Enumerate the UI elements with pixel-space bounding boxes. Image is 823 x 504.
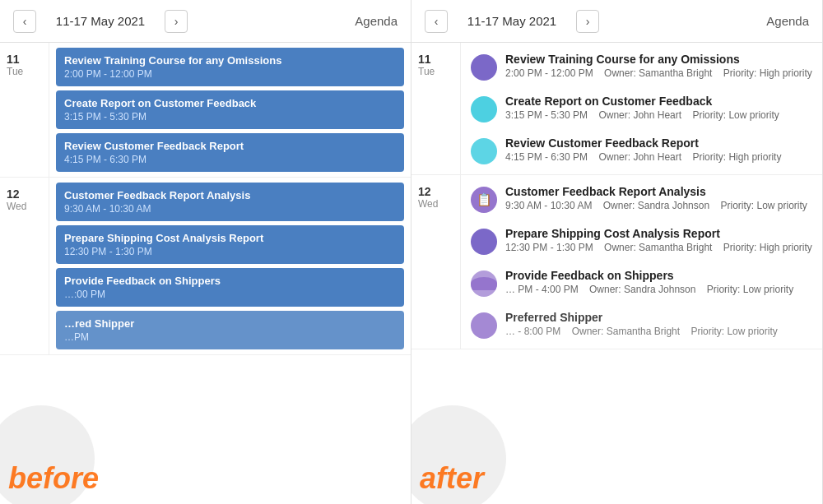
right-panel: ‹ 11-17 May 2021 › Agenda 11 Tue Review … bbox=[412, 0, 823, 504]
right-day-label-12: 12 Wed bbox=[412, 175, 461, 349]
left-day-name-12: Wed bbox=[7, 201, 42, 212]
right-event-11-2-info: Create Report on Customer Feedback 3:15 … bbox=[505, 95, 812, 121]
right-event-12-3-meta: … PM - 4:00 PM Owner: Sandra Johnson Pri… bbox=[505, 284, 812, 295]
right-event-12-4-info: Preferred Shipper … - 8:00 PM Owner: Sam… bbox=[505, 311, 812, 337]
right-next-button[interactable]: › bbox=[576, 10, 599, 33]
right-day-num-11: 11 bbox=[418, 53, 453, 66]
left-day-num-12: 12 bbox=[7, 187, 42, 201]
right-events-11: Review Training Course for any Omissions… bbox=[461, 43, 822, 174]
right-event-12-2-meta: 12:30 PM - 1:30 PM Owner: Samantha Brigh… bbox=[505, 242, 812, 253]
right-event-12-3-info: Provide Feedback on Shippers … PM - 4:00… bbox=[505, 269, 812, 295]
left-view-label: Agenda bbox=[355, 14, 398, 28]
right-event-12-3-title: Provide Feedback on Shippers bbox=[505, 269, 812, 282]
right-day-12: 12 Wed 📋 Customer Feedback Report Analys… bbox=[412, 175, 822, 349]
right-event-12-3[interactable]: Provide Feedback on Shippers … PM - 4:00… bbox=[467, 264, 816, 302]
left-date-range: 11-17 May 2021 bbox=[43, 14, 158, 28]
left-day-11: 11 Tue Review Training Course for any Om… bbox=[0, 43, 411, 178]
left-events-11: Review Training Course for any Omissions… bbox=[49, 43, 411, 177]
left-event-12-4[interactable]: …red Shipper …PM bbox=[56, 311, 404, 349]
left-event-11-1-time: 2:00 PM - 12:00 PM bbox=[64, 68, 396, 80]
right-event-11-1-title: Review Training Course for any Omissions bbox=[505, 53, 812, 66]
left-event-12-4-title: …red Shipper bbox=[64, 317, 396, 330]
right-date-range: 11-17 May 2021 bbox=[454, 14, 570, 28]
right-event-12-2-info: Prepare Shipping Cost Analysis Report 12… bbox=[505, 227, 812, 253]
right-event-11-3-info: Review Customer Feedback Report 4:15 PM … bbox=[505, 136, 812, 163]
left-event-12-3-title: Provide Feedback on Shippers bbox=[64, 275, 396, 287]
left-event-12-1-time: 9:30 AM - 10:30 AM bbox=[64, 203, 396, 215]
left-event-12-3[interactable]: Provide Feedback on Shippers …:00 PM bbox=[56, 268, 404, 307]
right-day-name-12: Wed bbox=[418, 198, 453, 210]
left-day-num-11: 11 bbox=[7, 53, 42, 66]
left-panel: ‹ 11-17 May 2021 › Agenda 11 Tue Review … bbox=[0, 0, 412, 504]
right-event-11-2-meta: 3:15 PM - 5:30 PM Owner: John Heart Prio… bbox=[505, 109, 812, 121]
right-event-12-3-dot bbox=[471, 270, 497, 297]
left-event-11-1[interactable]: Review Training Course for any Omissions… bbox=[56, 48, 404, 86]
left-nav: ‹ 11-17 May 2021 › bbox=[13, 10, 188, 33]
after-watermark: after bbox=[420, 461, 484, 496]
right-event-11-1-info: Review Training Course for any Omissions… bbox=[505, 53, 812, 79]
left-event-12-4-time: …PM bbox=[64, 331, 396, 343]
left-prev-button[interactable]: ‹ bbox=[13, 10, 36, 33]
left-event-11-3[interactable]: Review Customer Feedback Report 4:15 PM … bbox=[56, 133, 404, 172]
left-day-label-11: 11 Tue bbox=[0, 43, 49, 177]
right-event-12-1-meta: 9:30 AM - 10:30 AM Owner: Sandra Johnson… bbox=[505, 200, 812, 211]
left-event-12-1[interactable]: Customer Feedback Report Analysis 9:30 A… bbox=[56, 183, 404, 221]
right-event-11-3[interactable]: Review Customer Feedback Report 4:15 PM … bbox=[467, 132, 816, 169]
right-event-12-2-dot bbox=[471, 229, 497, 255]
right-event-12-1-dot: 📋 bbox=[471, 187, 497, 213]
right-event-12-4-title: Preferred Shipper bbox=[505, 311, 812, 324]
right-event-11-2[interactable]: Create Report on Customer Feedback 3:15 … bbox=[467, 90, 816, 127]
right-event-12-4-dot bbox=[471, 312, 497, 339]
left-event-11-2-title: Create Report on Customer Feedback bbox=[64, 97, 396, 109]
before-watermark: before bbox=[8, 461, 99, 496]
right-day-name-11: Tue bbox=[418, 66, 453, 77]
left-event-11-2[interactable]: Create Report on Customer Feedback 3:15 … bbox=[56, 90, 404, 129]
right-day-11: 11 Tue Review Training Course for any Om… bbox=[412, 43, 822, 175]
left-day-label-12: 12 Wed bbox=[0, 178, 49, 354]
calendar-icon: 📋 bbox=[477, 192, 492, 207]
right-event-12-1-title: Customer Feedback Report Analysis bbox=[505, 185, 812, 198]
left-events-12: Customer Feedback Report Analysis 9:30 A… bbox=[49, 178, 411, 354]
right-event-11-1-dot bbox=[471, 54, 497, 81]
right-event-12-2[interactable]: Prepare Shipping Cost Analysis Report 12… bbox=[467, 222, 816, 260]
right-event-11-3-meta: 4:15 PM - 6:30 PM Owner: John Heart Prio… bbox=[505, 151, 812, 163]
right-event-11-3-dot bbox=[471, 138, 497, 164]
right-nav: ‹ 11-17 May 2021 › bbox=[425, 10, 599, 33]
right-header: ‹ 11-17 May 2021 › Agenda bbox=[412, 0, 822, 43]
left-event-12-2-time: 12:30 PM - 1:30 PM bbox=[64, 246, 396, 257]
left-event-11-3-title: Review Customer Feedback Report bbox=[64, 140, 396, 152]
left-event-11-1-title: Review Training Course for any Omissions bbox=[64, 54, 396, 67]
right-day-label-11: 11 Tue bbox=[412, 43, 461, 174]
left-event-12-2-title: Prepare Shipping Cost Analysis Report bbox=[64, 232, 396, 244]
left-header: ‹ 11-17 May 2021 › Agenda bbox=[0, 0, 411, 43]
right-event-11-1-meta: 2:00 PM - 12:00 PM Owner: Samantha Brigh… bbox=[505, 67, 812, 79]
right-event-12-4[interactable]: Preferred Shipper … - 8:00 PM Owner: Sam… bbox=[467, 306, 816, 344]
left-event-11-3-time: 4:15 PM - 6:30 PM bbox=[64, 154, 396, 165]
right-event-11-2-title: Create Report on Customer Feedback bbox=[505, 95, 812, 108]
right-event-12-1-info: Customer Feedback Report Analysis 9:30 A… bbox=[505, 185, 812, 211]
right-event-12-1[interactable]: 📋 Customer Feedback Report Analysis 9:30… bbox=[467, 180, 816, 218]
right-event-11-1[interactable]: Review Training Course for any Omissions… bbox=[467, 48, 816, 86]
right-event-11-3-title: Review Customer Feedback Report bbox=[505, 136, 812, 150]
left-event-12-3-time: …:00 PM bbox=[64, 289, 396, 300]
left-next-button[interactable]: › bbox=[165, 10, 188, 33]
right-view-label: Agenda bbox=[766, 14, 809, 28]
left-event-11-2-time: 3:15 PM - 5:30 PM bbox=[64, 111, 396, 123]
right-event-12-2-title: Prepare Shipping Cost Analysis Report bbox=[505, 227, 812, 240]
left-event-12-2[interactable]: Prepare Shipping Cost Analysis Report 12… bbox=[56, 225, 404, 264]
right-event-12-4-meta: … - 8:00 PM Owner: Samantha Bright Prior… bbox=[505, 326, 812, 337]
left-day-12: 12 Wed Customer Feedback Report Analysis… bbox=[0, 178, 411, 355]
right-day-num-12: 12 bbox=[418, 185, 453, 198]
left-event-12-1-title: Customer Feedback Report Analysis bbox=[64, 189, 396, 201]
left-day-name-11: Tue bbox=[7, 66, 42, 77]
right-event-11-2-dot bbox=[471, 96, 497, 123]
right-prev-button[interactable]: ‹ bbox=[425, 10, 448, 33]
right-events-12: 📋 Customer Feedback Report Analysis 9:30… bbox=[461, 175, 822, 349]
